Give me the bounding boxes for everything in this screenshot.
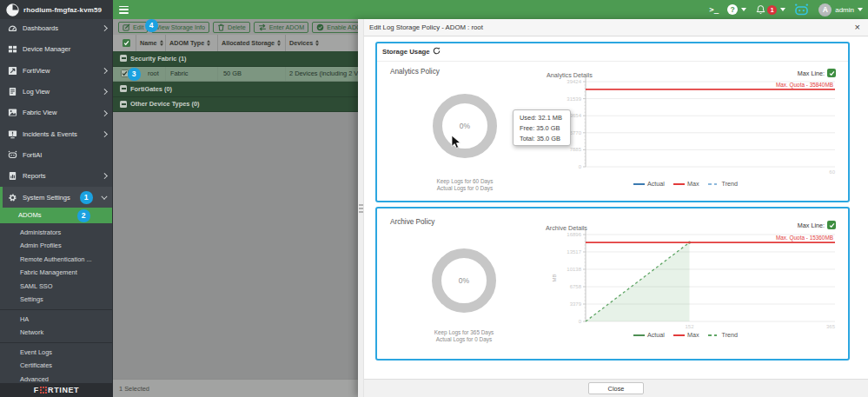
device-manager-icon: [8, 44, 17, 54]
donut-value: 0%: [459, 276, 469, 285]
legend-item-actual[interactable]: Actual: [633, 331, 665, 339]
sidebar-item-adoms[interactable]: ADOMs: [0, 208, 112, 223]
svg-text:0: 0: [579, 164, 582, 169]
tooltip-line: Free: 35.0 GB: [520, 123, 570, 134]
annotation-step-3: 3: [128, 68, 141, 81]
user-menu[interactable]: A admin: [818, 3, 868, 17]
sidebar-item-reports[interactable]: Reports: [0, 166, 112, 187]
legend-swatch: [673, 334, 685, 336]
log-view-icon: [8, 87, 17, 96]
chevron-right-icon: [103, 89, 107, 94]
chevron-right-icon: [103, 132, 107, 136]
svg-text:16896: 16896: [567, 232, 581, 237]
actual-logs-line: Actual Logs for 0 Days: [403, 336, 525, 343]
sidebar-item-network[interactable]: Network: [0, 326, 112, 340]
legend-label: Trend: [722, 180, 739, 188]
sidebar-item-incidents-events[interactable]: Incidents & Events: [0, 123, 112, 144]
policy-title: Analytics Policy: [390, 68, 440, 76]
svg-text:10138: 10138: [567, 267, 581, 272]
hamburger-menu-icon[interactable]: [119, 6, 129, 14]
chevron-right-icon: [103, 111, 107, 116]
legend-label: Actual: [647, 180, 665, 188]
close-icon[interactable]: ×: [855, 22, 860, 33]
sidebar-submenu-group: HANetwork: [0, 309, 112, 342]
svg-text:7885: 7885: [570, 147, 582, 152]
drawer-header: Edit Log Storage Policy - ADOM : root ×: [364, 19, 868, 36]
cli-console-icon[interactable]: >_: [709, 5, 719, 14]
chart-legend: ActualMaxTrend: [538, 180, 833, 188]
help-menu[interactable]: ?: [727, 4, 746, 15]
archive-policy-panel: Archive Policy0%Keep Logs for 365 DaysAc…: [375, 207, 850, 361]
column-header-adom-type[interactable]: ADOM Type: [166, 35, 218, 51]
legend-item-trend[interactable]: Trend: [708, 331, 739, 339]
edit-log-storage-policy-drawer: Edit Log Storage Policy - ADOM : root × …: [358, 19, 868, 397]
drawer-drag-handle[interactable]: [359, 202, 363, 215]
usage-donut: 0%: [433, 94, 497, 158]
analytics-policy-panel: Storage UsageAnalytics Policy0%Keep Logs…: [375, 42, 850, 202]
sidebar-item-settings[interactable]: Settings: [0, 293, 112, 307]
notifications-menu[interactable]: 1: [756, 4, 785, 15]
actual-logs-line: Actual Logs for 0 Days: [404, 185, 526, 192]
reports-icon: [8, 171, 17, 181]
close-button[interactable]: Close: [588, 382, 644, 394]
group-label: Other Device Types (0): [130, 100, 200, 108]
select-all-checkbox[interactable]: [123, 39, 130, 47]
sidebar-item-administrators[interactable]: Administrators: [0, 226, 112, 240]
sidebar-item-fortiai[interactable]: FortiAI: [0, 144, 112, 165]
sidebar-item-remote-authentication[interactable]: Remote Authentication ...: [0, 253, 112, 267]
refresh-icon[interactable]: [430, 47, 441, 56]
sidebar-item-admin-profiles[interactable]: Admin Profiles: [0, 239, 112, 253]
column-header-name[interactable]: Name: [136, 35, 166, 51]
collapse-icon[interactable]: [120, 101, 127, 108]
notification-count-badge: 1: [767, 5, 777, 15]
sort-icon: [277, 40, 281, 46]
brand: rhodium-fmgfaz-kvm59: [0, 0, 113, 19]
fortiai-bot-icon[interactable]: [793, 3, 810, 16]
sidebar-item-certificates[interactable]: Certificates: [0, 359, 112, 373]
legend-item-max[interactable]: Max: [673, 180, 699, 188]
sidebar-item-label: System Settings: [23, 194, 70, 202]
sidebar-item-fortiview[interactable]: FortiView: [0, 60, 112, 81]
edit-button[interactable]: Edit: [118, 22, 148, 33]
sidebar-item-ha[interactable]: HA: [0, 313, 112, 327]
annotation-step-1: 1: [80, 191, 93, 204]
sidebar-item-label: Reports: [23, 172, 46, 180]
storage-tooltip: Used: 32.1 MBFree: 35.0 GBTotal: 35.0 GB: [513, 109, 571, 146]
legend-item-max[interactable]: Max: [673, 331, 699, 339]
legend-item-trend[interactable]: Trend: [708, 180, 739, 188]
avatar: A: [818, 3, 832, 17]
legend-item-actual[interactable]: Actual: [633, 180, 665, 188]
collapse-icon[interactable]: [120, 85, 127, 92]
enter-adom-button[interactable]: Enter ADOM: [254, 22, 308, 33]
sidebar-item-label: FortiAI: [23, 151, 42, 159]
sidebar-item-log-view[interactable]: Log View: [0, 81, 112, 102]
column-header-allocated-storage[interactable]: Allocated Storage: [218, 35, 286, 51]
sidebar-item-fabric-management[interactable]: Fabric Management: [0, 266, 112, 280]
donut-value: 0%: [460, 122, 470, 130]
system-settings-icon: [8, 193, 17, 202]
bell-icon: [756, 4, 765, 15]
legend-swatch: [708, 183, 719, 185]
sidebar-item-saml-sso[interactable]: SAML SSO: [0, 280, 112, 294]
svg-text:Max. Quota - 15360MB: Max. Quota - 15360MB: [776, 235, 833, 242]
collapse-icon[interactable]: [120, 55, 127, 62]
app-root: rhodium-fmgfaz-kvm59 >_ ? 1: [0, 0, 868, 397]
sidebar-item-event-logs[interactable]: Event Logs: [0, 346, 112, 360]
username: admin: [835, 6, 854, 14]
sidebar-item-label: Incidents & Events: [23, 130, 77, 138]
view-storage-info-button[interactable]: View Storage Info: [151, 22, 209, 33]
sidebar-item-fabric-view[interactable]: Fabric View: [0, 103, 112, 123]
delete-button[interactable]: Delete: [213, 22, 250, 33]
button-label: Enter ADOM: [269, 23, 304, 31]
legend-swatch: [633, 334, 645, 336]
svg-text:0: 0: [579, 319, 582, 324]
chevron-down-icon: [103, 196, 107, 199]
analytics-details-chart: 0788515770236543153939424Max. Quota - 35…: [551, 75, 846, 181]
fortinet-logo: F RTINET: [34, 386, 79, 394]
sidebar-item-system-settings[interactable]: System Settings: [0, 187, 112, 208]
sidebar-item-device-manager[interactable]: Device Manager: [0, 39, 112, 60]
svg-text:365: 365: [826, 324, 836, 329]
legend-label: Actual: [647, 331, 665, 339]
sidebar-item-dashboards[interactable]: Dashboards: [0, 18, 112, 39]
svg-text:MB: MB: [552, 275, 557, 282]
